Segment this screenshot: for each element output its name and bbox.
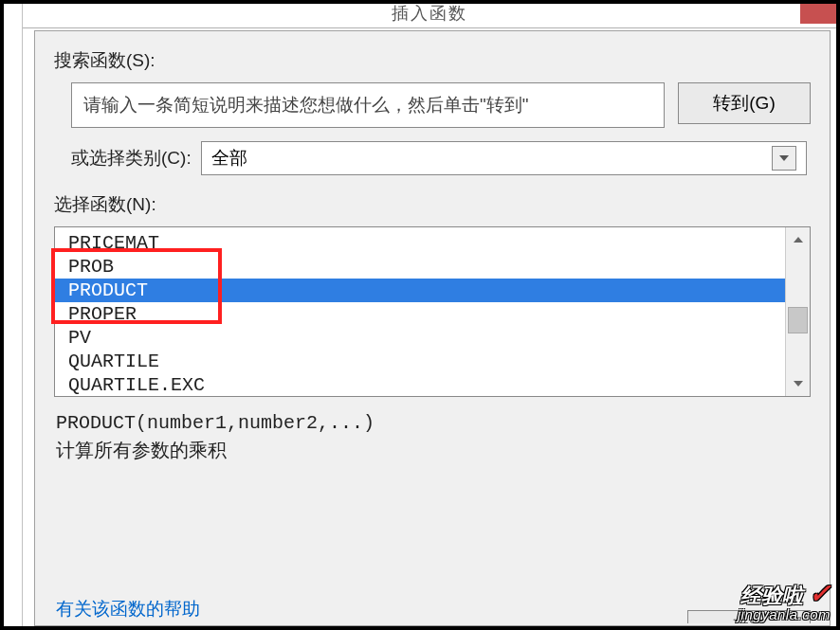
category-selected-value: 全部 bbox=[211, 146, 247, 171]
select-function-label: 选择函数(N): bbox=[54, 192, 811, 217]
scrollbar[interactable] bbox=[785, 227, 810, 396]
category-select[interactable]: 全部 bbox=[201, 141, 807, 175]
list-item[interactable]: PROPER bbox=[55, 302, 785, 326]
function-signature: PRODUCT(number1,number2,...) bbox=[54, 406, 811, 434]
function-list[interactable]: PRICEMAT PROB PRODUCT PROPER PV QUARTILE… bbox=[54, 226, 811, 397]
category-label: 或选择类别(C): bbox=[71, 146, 192, 171]
go-button[interactable]: 转到(G) bbox=[678, 82, 811, 124]
list-item[interactable]: PROB bbox=[55, 255, 785, 279]
search-label: 搜索函数(S): bbox=[54, 48, 811, 73]
scroll-down-icon[interactable] bbox=[786, 371, 810, 396]
left-gutter bbox=[4, 4, 23, 626]
function-description: 计算所有参数的乘积 bbox=[54, 434, 811, 539]
chevron-down-icon[interactable] bbox=[772, 146, 796, 171]
list-item[interactable]: QUARTILE.EXC bbox=[55, 373, 785, 396]
scroll-thumb[interactable] bbox=[788, 307, 808, 333]
dialog-body: 搜索函数(S): 请输入一条简短说明来描述您想做什么，然后单击"转到" 转到(G… bbox=[34, 30, 831, 626]
search-input[interactable]: 请输入一条简短说明来描述您想做什么，然后单击"转到" bbox=[71, 82, 665, 128]
list-item[interactable]: PV bbox=[55, 326, 785, 350]
list-item[interactable]: PRICEMAT bbox=[55, 231, 785, 255]
scroll-up-icon[interactable] bbox=[786, 227, 810, 252]
dialog-title: 插入函数 bbox=[23, 4, 836, 28]
help-link[interactable]: 有关该函数的帮助 bbox=[54, 595, 202, 623]
ok-button[interactable]: 确定 bbox=[687, 610, 811, 623]
list-item[interactable]: QUARTILE bbox=[55, 350, 785, 373]
list-item[interactable]: PRODUCT bbox=[55, 279, 785, 302]
scroll-track[interactable] bbox=[786, 252, 810, 371]
